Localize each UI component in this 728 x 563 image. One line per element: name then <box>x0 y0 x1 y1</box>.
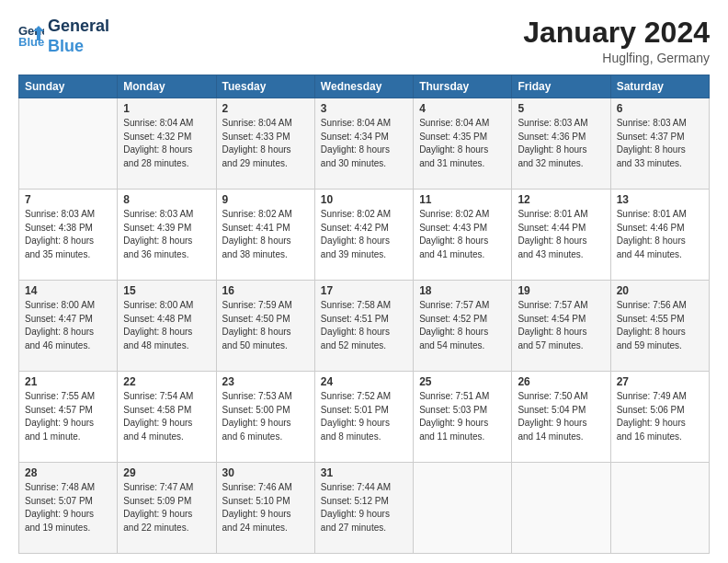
day-number: 25 <box>419 375 506 388</box>
calendar-cell: 30Sunrise: 7:46 AM Sunset: 5:10 PM Dayli… <box>216 463 314 554</box>
day-info: Sunrise: 7:57 AM Sunset: 4:52 PM Dayligh… <box>419 299 506 352</box>
weekday-header-monday: Monday <box>118 75 216 98</box>
day-info: Sunrise: 7:48 AM Sunset: 5:07 PM Dayligh… <box>25 481 111 534</box>
day-number: 16 <box>222 284 309 297</box>
day-number: 8 <box>123 193 210 206</box>
day-info: Sunrise: 7:52 AM Sunset: 5:01 PM Dayligh… <box>321 390 407 443</box>
day-info: Sunrise: 8:03 AM Sunset: 4:38 PM Dayligh… <box>25 208 111 261</box>
day-number: 13 <box>617 193 703 206</box>
day-info: Sunrise: 7:47 AM Sunset: 5:09 PM Dayligh… <box>123 481 210 534</box>
day-number: 5 <box>518 102 604 115</box>
day-info: Sunrise: 8:03 AM Sunset: 4:37 PM Dayligh… <box>617 117 703 170</box>
calendar-cell: 16Sunrise: 7:59 AM Sunset: 4:50 PM Dayli… <box>216 281 314 372</box>
calendar-cell: 3Sunrise: 8:04 AM Sunset: 4:34 PM Daylig… <box>314 98 413 190</box>
day-number: 6 <box>617 102 703 115</box>
day-info: Sunrise: 7:57 AM Sunset: 4:54 PM Dayligh… <box>518 299 604 352</box>
day-number: 28 <box>25 466 111 479</box>
logo-icon: General Blue <box>18 22 44 48</box>
calendar-cell: 5Sunrise: 8:03 AM Sunset: 4:36 PM Daylig… <box>512 98 610 190</box>
day-info: Sunrise: 7:54 AM Sunset: 4:58 PM Dayligh… <box>123 390 210 443</box>
calendar-cell <box>610 463 709 554</box>
day-number: 10 <box>321 193 407 206</box>
day-number: 15 <box>123 284 210 297</box>
weekday-header-wednesday: Wednesday <box>314 75 413 98</box>
day-number: 22 <box>123 375 210 388</box>
day-info: Sunrise: 8:01 AM Sunset: 4:44 PM Dayligh… <box>518 208 604 261</box>
day-info: Sunrise: 8:02 AM Sunset: 4:42 PM Dayligh… <box>321 208 407 261</box>
day-info: Sunrise: 8:02 AM Sunset: 4:43 PM Dayligh… <box>419 208 506 261</box>
day-number: 21 <box>25 375 111 388</box>
day-number: 18 <box>419 284 506 297</box>
day-number: 11 <box>419 193 506 206</box>
day-number: 7 <box>25 193 111 206</box>
calendar-cell: 2Sunrise: 8:04 AM Sunset: 4:33 PM Daylig… <box>216 98 314 190</box>
day-info: Sunrise: 7:55 AM Sunset: 4:57 PM Dayligh… <box>25 390 111 443</box>
calendar-cell: 13Sunrise: 8:01 AM Sunset: 4:46 PM Dayli… <box>610 190 709 281</box>
calendar-cell: 29Sunrise: 7:47 AM Sunset: 5:09 PM Dayli… <box>118 463 216 554</box>
calendar-cell: 15Sunrise: 8:00 AM Sunset: 4:48 PM Dayli… <box>118 281 216 372</box>
day-number: 3 <box>321 102 407 115</box>
day-info: Sunrise: 7:58 AM Sunset: 4:51 PM Dayligh… <box>321 299 407 352</box>
day-info: Sunrise: 8:00 AM Sunset: 4:47 PM Dayligh… <box>25 299 111 352</box>
day-number: 2 <box>222 102 309 115</box>
calendar-table: SundayMondayTuesdayWednesdayThursdayFrid… <box>18 75 710 554</box>
day-info: Sunrise: 7:56 AM Sunset: 4:55 PM Dayligh… <box>617 299 703 352</box>
calendar-cell: 10Sunrise: 8:02 AM Sunset: 4:42 PM Dayli… <box>314 190 413 281</box>
weekday-header-saturday: Saturday <box>610 75 709 98</box>
day-number: 29 <box>123 466 210 479</box>
calendar-cell: 14Sunrise: 8:00 AM Sunset: 4:47 PM Dayli… <box>19 281 118 372</box>
location: Huglfing, Germany <box>523 51 710 65</box>
calendar-cell: 4Sunrise: 8:04 AM Sunset: 4:35 PM Daylig… <box>414 98 512 190</box>
day-info: Sunrise: 8:02 AM Sunset: 4:41 PM Dayligh… <box>222 208 309 261</box>
day-info: Sunrise: 8:03 AM Sunset: 4:39 PM Dayligh… <box>123 208 210 261</box>
day-info: Sunrise: 8:04 AM Sunset: 4:33 PM Dayligh… <box>222 117 309 170</box>
day-info: Sunrise: 7:50 AM Sunset: 5:04 PM Dayligh… <box>518 390 604 443</box>
day-info: Sunrise: 7:46 AM Sunset: 5:10 PM Dayligh… <box>222 481 309 534</box>
month-title: January 2024 <box>523 17 710 49</box>
day-number: 27 <box>617 375 703 388</box>
day-info: Sunrise: 7:59 AM Sunset: 4:50 PM Dayligh… <box>222 299 309 352</box>
calendar-cell: 7Sunrise: 8:03 AM Sunset: 4:38 PM Daylig… <box>19 190 118 281</box>
calendar-cell: 24Sunrise: 7:52 AM Sunset: 5:01 PM Dayli… <box>314 372 413 463</box>
calendar-cell: 11Sunrise: 8:02 AM Sunset: 4:43 PM Dayli… <box>414 190 512 281</box>
calendar-cell: 17Sunrise: 7:58 AM Sunset: 4:51 PM Dayli… <box>314 281 413 372</box>
calendar-cell: 9Sunrise: 8:02 AM Sunset: 4:41 PM Daylig… <box>216 190 314 281</box>
day-info: Sunrise: 8:03 AM Sunset: 4:36 PM Dayligh… <box>518 117 604 170</box>
calendar-cell: 28Sunrise: 7:48 AM Sunset: 5:07 PM Dayli… <box>19 463 118 554</box>
day-number: 9 <box>222 193 309 206</box>
calendar-cell: 12Sunrise: 8:01 AM Sunset: 4:44 PM Dayli… <box>512 190 610 281</box>
day-number: 26 <box>518 375 604 388</box>
calendar-cell: 26Sunrise: 7:50 AM Sunset: 5:04 PM Dayli… <box>512 372 610 463</box>
day-info: Sunrise: 7:44 AM Sunset: 5:12 PM Dayligh… <box>321 481 407 534</box>
day-number: 30 <box>222 466 309 479</box>
calendar-cell: 27Sunrise: 7:49 AM Sunset: 5:06 PM Dayli… <box>610 372 709 463</box>
day-info: Sunrise: 8:04 AM Sunset: 4:32 PM Dayligh… <box>123 117 210 170</box>
day-number: 4 <box>419 102 506 115</box>
day-number: 31 <box>321 466 407 479</box>
calendar-cell: 6Sunrise: 8:03 AM Sunset: 4:37 PM Daylig… <box>610 98 709 190</box>
day-number: 23 <box>222 375 309 388</box>
day-info: Sunrise: 7:53 AM Sunset: 5:00 PM Dayligh… <box>222 390 309 443</box>
calendar-cell: 22Sunrise: 7:54 AM Sunset: 4:58 PM Dayli… <box>118 372 216 463</box>
calendar-cell: 19Sunrise: 7:57 AM Sunset: 4:54 PM Dayli… <box>512 281 610 372</box>
weekday-header-tuesday: Tuesday <box>216 75 314 98</box>
logo-general: General <box>48 17 109 37</box>
calendar-page: General Blue General Blue January 2024 H… <box>0 0 728 563</box>
calendar-cell: 20Sunrise: 7:56 AM Sunset: 4:55 PM Dayli… <box>610 281 709 372</box>
day-info: Sunrise: 8:04 AM Sunset: 4:35 PM Dayligh… <box>419 117 506 170</box>
calendar-cell: 21Sunrise: 7:55 AM Sunset: 4:57 PM Dayli… <box>19 372 118 463</box>
day-number: 1 <box>123 102 210 115</box>
header: General Blue General Blue January 2024 H… <box>18 17 710 65</box>
day-info: Sunrise: 7:49 AM Sunset: 5:06 PM Dayligh… <box>617 390 703 443</box>
day-info: Sunrise: 8:01 AM Sunset: 4:46 PM Dayligh… <box>617 208 703 261</box>
weekday-header-friday: Friday <box>512 75 610 98</box>
calendar-cell: 31Sunrise: 7:44 AM Sunset: 5:12 PM Dayli… <box>314 463 413 554</box>
calendar-cell: 18Sunrise: 7:57 AM Sunset: 4:52 PM Dayli… <box>414 281 512 372</box>
weekday-header-sunday: Sunday <box>19 75 118 98</box>
calendar-cell <box>414 463 512 554</box>
calendar-cell <box>19 98 118 190</box>
day-number: 17 <box>321 284 407 297</box>
calendar-cell <box>512 463 610 554</box>
day-number: 19 <box>518 284 604 297</box>
calendar-cell: 23Sunrise: 7:53 AM Sunset: 5:00 PM Dayli… <box>216 372 314 463</box>
